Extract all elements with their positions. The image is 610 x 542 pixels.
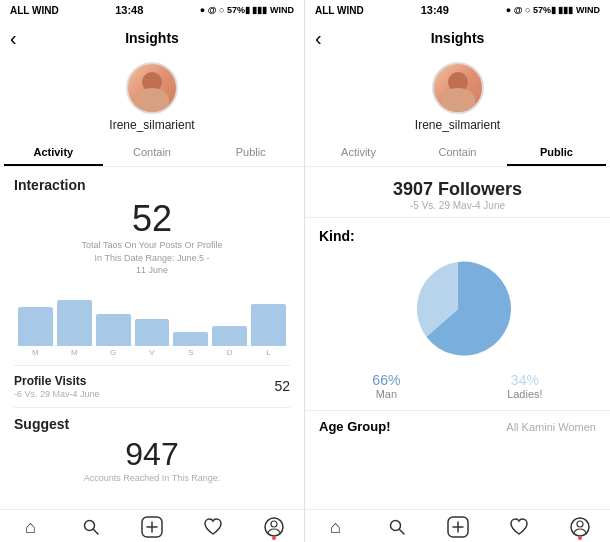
suggest-sub: Accounts Reached In This Range:	[14, 473, 290, 483]
profile-visits-label: Profile Visits	[14, 374, 100, 388]
page-title-left: Insights	[125, 30, 179, 46]
profile-section-right: Irene_silmarient	[305, 56, 610, 140]
status-bar-left: ALL WIND 13:48 ● @ ○ 57%▮ ▮▮▮ WIND	[0, 0, 304, 20]
bar-col-6: L	[251, 287, 286, 357]
bar-label-2: G	[110, 348, 116, 357]
bar-label-4: S	[188, 348, 193, 357]
header-left: ‹ Insights	[0, 20, 304, 56]
bar-0	[18, 307, 53, 346]
interaction-subtitle: Total Taos On Your Posts Or Profile In T…	[14, 239, 290, 277]
svg-point-13	[577, 521, 583, 527]
profile-visits-sub: -6 Vs. 29 Mav-4 June	[14, 389, 100, 399]
carrier-left: ALL WIND	[10, 5, 59, 16]
right-content: 3907 Followers -5 Vs. 29 Mav-4 June Kind…	[305, 167, 610, 509]
tabs-left: Activity Contain Public	[0, 140, 304, 167]
tab-activity-right[interactable]: Activity	[309, 140, 408, 166]
svg-line-8	[399, 530, 404, 535]
kind-title: Kind:	[319, 228, 596, 244]
interaction-number: 52	[14, 201, 290, 237]
svg-line-1	[94, 530, 99, 535]
nav-search-left[interactable]	[61, 516, 122, 538]
bar-4	[173, 332, 208, 346]
bar-col-3: V	[135, 287, 170, 357]
nav-heart-right[interactable]	[488, 516, 549, 538]
bar-col-4: S	[173, 287, 208, 357]
time-left: 13:48	[115, 4, 143, 16]
legend-man: 66% Man	[372, 372, 400, 400]
username-right: Irene_silmarient	[415, 118, 500, 132]
tab-public-left[interactable]: Public	[201, 140, 300, 166]
bottom-nav-right: ⌂	[305, 509, 610, 542]
content-left: Interaction 52 Total Taos On Your Posts …	[0, 167, 304, 509]
nav-heart-left[interactable]	[182, 516, 243, 538]
back-button-left[interactable]: ‹	[10, 27, 17, 50]
age-group-value: All Kamini Women	[506, 421, 596, 433]
tab-contain-left[interactable]: Contain	[103, 140, 202, 166]
page-title-right: Insights	[431, 30, 485, 46]
pie-legend: 66% Man 34% Ladies!	[319, 372, 596, 400]
left-panel: ALL WIND 13:48 ● @ ○ 57%▮ ▮▮▮ WIND ‹ Ins…	[0, 0, 305, 542]
suggest-title: Suggest	[14, 416, 290, 432]
bar-col-1: M	[57, 287, 92, 357]
divider-2	[14, 407, 290, 408]
tab-public-right[interactable]: Public	[507, 140, 606, 166]
profile-visits-row: Profile Visits -6 Vs. 29 Mav-4 June 52	[14, 374, 290, 399]
profile-visits-value: 52	[274, 378, 290, 394]
nav-profile-left[interactable]	[243, 516, 304, 538]
legend-ladies-pct: 34%	[511, 372, 539, 388]
svg-point-6	[271, 521, 277, 527]
status-bar-right: ALL WIND 13:49 ● @ ○ 57%▮ ▮▮▮ WIND	[305, 0, 610, 20]
bar-label-1: M	[71, 348, 78, 357]
tabs-right: Activity Contain Public	[305, 140, 610, 167]
right-panel: ALL WIND 13:49 ● @ ○ 57%▮ ▮▮▮ WIND ‹ Ins…	[305, 0, 610, 542]
tab-activity-left[interactable]: Activity	[4, 140, 103, 166]
kind-section: Kind: 66% Man	[305, 218, 610, 410]
suggest-number: 947	[14, 436, 290, 473]
nav-add-right[interactable]	[427, 516, 488, 538]
legend-man-pct: 66%	[372, 372, 400, 388]
followers-section: 3907 Followers -5 Vs. 29 Mav-4 June	[305, 167, 610, 218]
bar-6	[251, 304, 286, 346]
bar-label-5: D	[227, 348, 233, 357]
icons-right: ● @ ○ 57%▮ ▮▮▮ WIND	[506, 5, 600, 15]
profile-section-left: Irene_silmarient	[0, 56, 304, 140]
nav-add-left[interactable]	[122, 516, 183, 538]
bar-2	[96, 314, 131, 346]
followers-sub: -5 Vs. 29 Mav-4 June	[315, 200, 600, 211]
pie-container	[319, 254, 596, 364]
followers-count: 3907 Followers	[315, 179, 600, 200]
divider-1	[14, 365, 290, 366]
bar-3	[135, 319, 170, 346]
nav-search-right[interactable]	[366, 516, 427, 538]
legend-man-label: Man	[376, 388, 397, 400]
bar-label-3: V	[149, 348, 154, 357]
carrier-right: ALL WIND	[315, 5, 364, 16]
bar-5	[212, 326, 247, 346]
bar-col-2: G	[96, 287, 131, 357]
legend-ladies-label: Ladies!	[507, 388, 542, 400]
avatar-left	[126, 62, 178, 114]
bottom-nav-left: ⌂	[0, 509, 304, 542]
time-right: 13:49	[421, 4, 449, 16]
bar-chart: M M G V S D L	[14, 287, 290, 357]
interaction-title: Interaction	[14, 177, 290, 193]
avatar-right	[432, 62, 484, 114]
age-group-row: Age Group! All Kamini Women	[305, 410, 610, 442]
bar-label-0: M	[32, 348, 39, 357]
tab-contain-right[interactable]: Contain	[408, 140, 507, 166]
nav-home-left[interactable]: ⌂	[0, 516, 61, 538]
icons-left: ● @ ○ 57%▮ ▮▮▮ WIND	[200, 5, 294, 15]
bar-label-6: L	[266, 348, 270, 357]
nav-home-right[interactable]: ⌂	[305, 516, 366, 538]
back-button-right[interactable]: ‹	[315, 27, 322, 50]
bar-1	[57, 300, 92, 346]
pie-chart	[403, 254, 513, 364]
username-left: Irene_silmarient	[109, 118, 194, 132]
header-right: ‹ Insights	[305, 20, 610, 56]
bar-col-5: D	[212, 287, 247, 357]
bar-col-0: M	[18, 287, 53, 357]
age-group-label: Age Group!	[319, 419, 391, 434]
nav-profile-right[interactable]	[549, 516, 610, 538]
legend-ladies: 34% Ladies!	[507, 372, 542, 400]
